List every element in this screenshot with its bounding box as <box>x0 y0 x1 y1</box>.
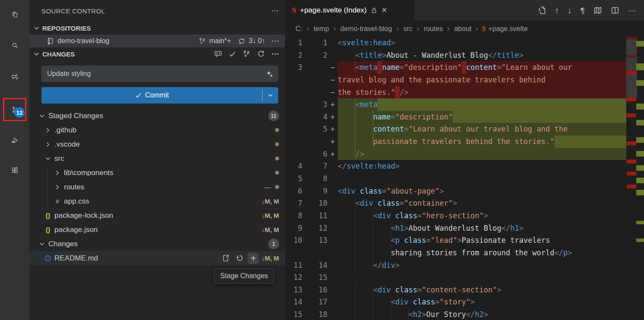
tree-item-package.json[interactable]: {}package.json↓M, M <box>29 223 285 237</box>
tree-group-staged-changes[interactable]: Staged Changes11 <box>29 109 285 123</box>
split-editor-icon[interactable] <box>611 6 619 15</box>
diff-sign: − <box>327 74 338 86</box>
code-line[interactable]: 6+/> <box>285 148 626 160</box>
refresh-icon[interactable] <box>257 50 265 58</box>
code-line[interactable]: 811<div class="hero-section"> <box>285 210 626 222</box>
tab-page-svelte[interactable]: S +page.svelte (Index) ✕ <box>285 0 415 21</box>
activity-run-and-debug[interactable] <box>0 129 29 151</box>
json-file-icon: {} <box>44 226 52 233</box>
added-lines-marker <box>636 165 644 171</box>
code-line[interactable]: 5+content="Learn about our travel blog a… <box>285 123 626 135</box>
code-line[interactable]: 710<div class="container"> <box>285 197 626 210</box>
item-label: src <box>54 154 64 163</box>
item-label: Staged Changes <box>48 112 103 120</box>
more-actions-icon[interactable]: ⋯ <box>271 7 279 15</box>
branch-icon[interactable] <box>199 38 206 45</box>
breadcrumb-item[interactable]: routes <box>423 25 444 33</box>
more-actions-icon[interactable]: ⋯ <box>271 37 279 45</box>
code-line[interactable]: 69<div class="about-page"> <box>285 185 626 198</box>
code-line[interactable]: 1013<p class="lead">Passionate travelers <box>285 234 626 247</box>
repository-row[interactable]: demo-travel-blog main*+ 3↓ 0↑ ⋯ <box>29 35 285 47</box>
previous-change-icon[interactable]: ↑ <box>555 6 559 15</box>
open-file-icon[interactable] <box>220 253 231 264</box>
diff-editor[interactable]: 11<svelte:head>22<title>About - Wanderlu… <box>285 37 644 320</box>
repositories-section-header[interactable]: REPOSITORIES <box>29 22 285 35</box>
code-line[interactable]: sharing stories from around the world</p… <box>285 247 626 259</box>
more-actions-icon[interactable]: ⋯ <box>628 6 636 15</box>
commit-dropdown-button[interactable] <box>263 87 278 104</box>
commit-button[interactable]: Commit <box>41 87 278 104</box>
code-line[interactable]: −the stories." /> <box>285 86 626 99</box>
indent-guides <box>338 148 355 160</box>
scrollbar-thumb[interactable] <box>626 37 637 98</box>
whitespace-toggle-icon[interactable]: ¶ <box>581 6 585 15</box>
tree-item-.vscode[interactable]: .vscode <box>29 137 285 151</box>
more-actions-icon[interactable]: ⋯ <box>271 50 279 58</box>
tree-item-routes[interactable]: routes— <box>29 180 285 194</box>
chevron-right-icon <box>54 184 61 191</box>
string-token: "Learn about our travel blog and the <box>409 123 568 135</box>
code-line[interactable]: 58 <box>285 173 626 185</box>
code-line[interactable]: 3−<meta name="description" content="Lear… <box>285 61 626 74</box>
code-line[interactable]: 1114</div> <box>285 259 626 272</box>
punctuation: > <box>519 222 523 235</box>
branch-plus-icon[interactable] <box>243 50 251 58</box>
changes-section-header[interactable]: CHANGES ⋯ <box>29 47 285 60</box>
tree-item-app.css[interactable]: #app.css↓M, M <box>29 194 285 208</box>
tree-item-lib\components[interactable]: lib\components <box>29 166 285 180</box>
stage-changes-icon[interactable] <box>247 253 259 264</box>
breadcrumb-item[interactable]: +page.svelte <box>487 25 528 33</box>
breadcrumb-item[interactable]: demo-travel-blog <box>339 25 393 33</box>
diff-sign <box>327 210 338 222</box>
discard-changes-icon[interactable] <box>234 253 245 264</box>
copilot-sparkle-icon[interactable] <box>266 70 273 78</box>
breadcrumb-item[interactable]: C: <box>295 25 303 33</box>
code-line[interactable]: 11<svelte:head> <box>285 37 626 49</box>
breadcrumb-item[interactable]: temp <box>313 25 330 33</box>
sync-icon[interactable] <box>238 38 245 45</box>
diff-sign <box>327 259 338 272</box>
tree-item-package-lock.json[interactable]: {}package-lock.json↓M, M <box>29 208 285 223</box>
breadcrumb-item[interactable]: src <box>403 25 413 33</box>
next-change-icon[interactable]: ↓ <box>568 6 572 15</box>
sync-status[interactable]: 3↓ 0↑ <box>249 37 265 45</box>
tree-item-.github[interactable]: .github <box>29 123 285 137</box>
code-review-bubble-icon[interactable] <box>214 50 222 58</box>
activity-extensions[interactable] <box>0 159 29 181</box>
code-line[interactable]: 4+name="description" <box>285 111 626 123</box>
extensions-icon <box>11 166 19 174</box>
added-lines-marker <box>636 104 644 110</box>
activity-search[interactable] <box>0 34 29 56</box>
branch-name[interactable]: main*+ <box>209 37 231 45</box>
close-icon[interactable]: ✕ <box>381 7 387 14</box>
code-line[interactable]: 3+<meta <box>285 98 626 111</box>
code-content: <div class="about-page"> <box>338 185 626 198</box>
added-lines-marker <box>636 80 644 86</box>
code-line[interactable]: 1316<div class="content-section"> <box>285 284 626 296</box>
code-line[interactable]: 912<h1>About Wanderlust Blog</h1> <box>285 222 626 235</box>
indent-guides <box>338 49 355 62</box>
check-icon <box>135 92 142 99</box>
tree-item-readme.md[interactable]: README.md↓M, M <box>29 251 285 265</box>
code-line[interactable]: 22<title>About - Wanderlust Blog</title> <box>285 49 626 62</box>
modified-dot <box>275 171 279 175</box>
activity-explorer[interactable] <box>0 3 29 25</box>
chevron-right-icon <box>332 26 338 32</box>
code-line[interactable]: 1215 <box>285 271 626 284</box>
code-line[interactable]: −travel blog and the passionate traveler… <box>285 74 626 86</box>
open-changes-icon[interactable] <box>538 6 546 15</box>
breadcrumb-item[interactable]: about <box>453 25 472 33</box>
code-line[interactable]: 47</svelte:head> <box>285 160 626 173</box>
commit-message-input[interactable]: Update styling <box>41 66 278 82</box>
tree-item-src[interactable]: src <box>29 151 285 166</box>
code-line[interactable]: 1518<h2>Our Story</h2> <box>285 308 626 320</box>
commit-check-icon[interactable] <box>228 50 236 58</box>
code-line[interactable]: 1417<div class="story"> <box>285 296 626 308</box>
activity-chat[interactable] <box>0 66 29 88</box>
accessible-diff-map-icon[interactable] <box>593 6 602 15</box>
added-lines-marker <box>636 41 644 47</box>
tree-group-changes[interactable]: Changes1 <box>29 237 285 251</box>
code-line[interactable]: +passionate travelers behind the stories… <box>285 135 626 148</box>
item-label: package.json <box>54 226 98 234</box>
scm-tree: Staged Changes11.github.vscodesrclib\com… <box>29 109 285 265</box>
